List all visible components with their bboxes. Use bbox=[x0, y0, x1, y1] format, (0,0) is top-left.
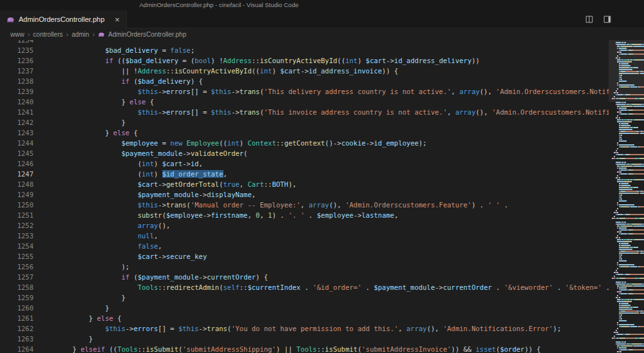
php-file-icon bbox=[6, 15, 15, 24]
code-line[interactable]: 1260 } bbox=[0, 303, 609, 313]
line-number: 1258 bbox=[0, 282, 33, 292]
breadcrumb-item-file[interactable]: AdminOrdersController.php bbox=[108, 31, 186, 38]
line-number: 1264 bbox=[0, 344, 33, 353]
minimap[interactable] bbox=[609, 40, 644, 353]
selected-text: $id_order_state bbox=[162, 170, 223, 178]
chevron-right-icon: › bbox=[92, 31, 95, 38]
code-line[interactable]: 1238 if ($bad_delivery) { bbox=[0, 76, 609, 86]
line-number: 1254 bbox=[0, 241, 33, 251]
code-line[interactable]: 1245 $payment_module->validateOrder( bbox=[0, 148, 609, 158]
line-number: 1260 bbox=[0, 303, 33, 313]
line-number: 1242 bbox=[0, 117, 33, 128]
code-line[interactable]: 1243 } else { bbox=[0, 128, 609, 138]
code-line[interactable]: 1261 } else { bbox=[0, 313, 609, 323]
breadcrumb-item-admin[interactable]: admin bbox=[71, 31, 89, 38]
line-number: 1253 bbox=[0, 231, 33, 241]
line-number: 1262 bbox=[0, 323, 33, 334]
code-line[interactable]: 1253 null, bbox=[0, 231, 609, 241]
code-line[interactable]: 1256 ); bbox=[0, 262, 609, 272]
code-line[interactable]: 1252 array(), bbox=[0, 220, 609, 231]
line-number: 1256 bbox=[0, 262, 33, 272]
code-line[interactable]: 1241 $this->errors[] = $this->trans('Thi… bbox=[0, 107, 609, 117]
line-number: 1245 bbox=[0, 148, 33, 158]
line-number: 1259 bbox=[0, 292, 33, 303]
line-number: 1240 bbox=[0, 97, 33, 107]
code-line[interactable]: 1259 } bbox=[0, 292, 609, 303]
line-number: 1257 bbox=[0, 272, 33, 282]
title-bar: AdminOrdersController.php - cinefacil - … bbox=[0, 0, 644, 10]
code-line[interactable]: 1248 $cart->getOrderTotal(true, Cart::BO… bbox=[0, 179, 609, 189]
code-line[interactable]: 1254 false, bbox=[0, 241, 609, 251]
code-lines: 12341235 $bad_delivery = false;1236 if (… bbox=[0, 40, 609, 353]
editor[interactable]: 12341235 $bad_delivery = false;1236 if (… bbox=[0, 40, 644, 353]
code-line[interactable]: 1247 (int) $id_order_state, bbox=[0, 169, 609, 179]
code-area[interactable]: 12341235 $bad_delivery = false;1236 if (… bbox=[0, 40, 609, 353]
code-line[interactable]: 1239 $this->errors[] = $this->trans('Thi… bbox=[0, 86, 609, 97]
line-number: 1239 bbox=[0, 86, 33, 97]
code-line[interactable]: 1249 $payment_module->displayName, bbox=[0, 189, 609, 200]
code-line[interactable]: 1264 } elseif ((Tools::isSubmit('submitA… bbox=[0, 344, 609, 353]
line-number: 1246 bbox=[0, 158, 33, 169]
line-number: 1241 bbox=[0, 107, 33, 117]
code-line[interactable]: 1236 if (($bad_delivery = (bool) !Addres… bbox=[0, 55, 609, 66]
tab-bar: AdminOrdersController.php × bbox=[0, 10, 644, 28]
code-line[interactable]: 1244 $employee = new Employee((int) Cont… bbox=[0, 138, 609, 148]
minimap-content bbox=[609, 40, 644, 353]
editor-actions bbox=[585, 10, 644, 28]
code-line[interactable]: 1242 } bbox=[0, 117, 609, 128]
close-tab-icon[interactable]: × bbox=[115, 15, 120, 24]
php-file-icon bbox=[98, 31, 105, 38]
split-editor-icon[interactable] bbox=[585, 15, 594, 24]
code-line[interactable]: 1262 $this->errors[] = $this->trans('You… bbox=[0, 323, 609, 334]
line-number: 1255 bbox=[0, 251, 33, 262]
line-number: 1261 bbox=[0, 313, 33, 323]
line-number: 1249 bbox=[0, 189, 33, 200]
line-number: 1234 bbox=[0, 40, 33, 45]
code-line[interactable]: 1258 Tools::redirectAdmin(self::$current… bbox=[0, 282, 609, 292]
line-number: 1244 bbox=[0, 138, 33, 148]
chevron-right-icon: › bbox=[66, 31, 68, 38]
vscode-window: AdminOrdersController.php - cinefacil - … bbox=[0, 0, 644, 353]
line-number: 1247 bbox=[0, 169, 33, 179]
tab-adminorderscontroller[interactable]: AdminOrdersController.php × bbox=[0, 10, 127, 28]
line-number: 1250 bbox=[0, 200, 33, 210]
line-number: 1238 bbox=[0, 76, 33, 86]
code-line[interactable]: 1246 (int) $cart->id, bbox=[0, 158, 609, 169]
line-number: 1235 bbox=[0, 45, 33, 55]
line-number: 1236 bbox=[0, 55, 33, 66]
code-line[interactable]: 1257 if ($payment_module->currentOrder) … bbox=[0, 272, 609, 282]
chevron-right-icon: › bbox=[28, 31, 30, 38]
breadcrumb-item-controllers[interactable]: controllers bbox=[33, 31, 62, 38]
line-number: 1263 bbox=[0, 334, 33, 344]
line-number: 1248 bbox=[0, 179, 33, 189]
code-line[interactable]: 1240 } else { bbox=[0, 97, 609, 107]
breadcrumb: www › controllers › admin › AdminOrdersC… bbox=[0, 28, 644, 40]
code-line[interactable]: 1263 } bbox=[0, 334, 609, 344]
code-line[interactable]: 1234 bbox=[0, 40, 609, 45]
tab-label: AdminOrdersController.php bbox=[19, 15, 104, 23]
code-line[interactable]: 1255 $cart->secure_key bbox=[0, 251, 609, 262]
code-line[interactable]: 1237 || !Address::isCountryActiveById((i… bbox=[0, 66, 609, 76]
line-number: 1251 bbox=[0, 210, 33, 220]
breadcrumb-item-www[interactable]: www bbox=[10, 31, 24, 38]
line-number: 1243 bbox=[0, 128, 33, 138]
code-line[interactable]: 1235 $bad_delivery = false; bbox=[0, 45, 609, 55]
code-line[interactable]: 1250 $this->trans('Manual order -- Emplo… bbox=[0, 200, 609, 210]
line-number: 1252 bbox=[0, 220, 33, 231]
layout-icon[interactable] bbox=[603, 15, 612, 24]
code-line[interactable]: 1251 substr($employee->firstname, 0, 1) … bbox=[0, 210, 609, 220]
line-number: 1237 bbox=[0, 66, 33, 76]
window-title: AdminOrdersController.php - cinefacil - … bbox=[0, 0, 438, 10]
